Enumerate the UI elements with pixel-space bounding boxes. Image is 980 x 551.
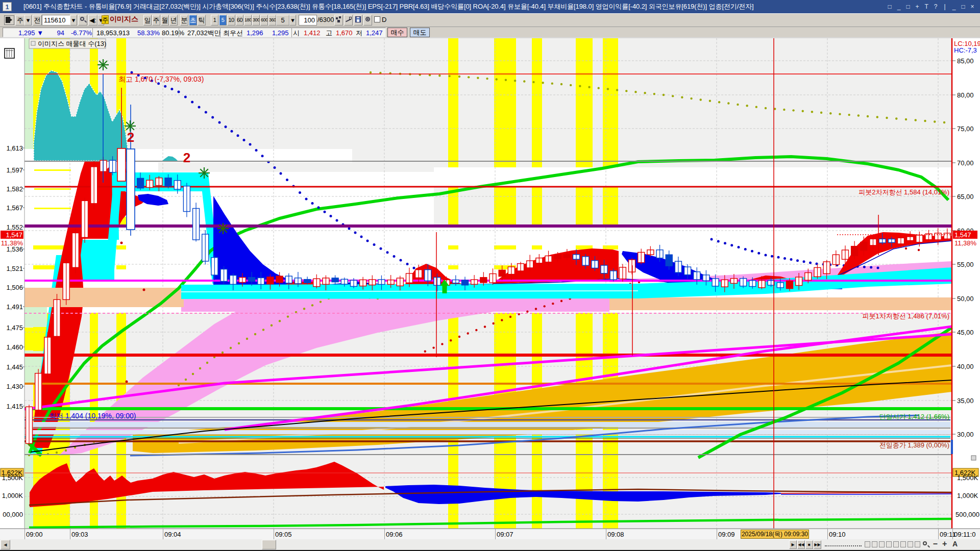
svg-text:75,00: 75,00 [957,125,974,133]
svg-text:이미지스 매물대 수(13): 이미지스 매물대 수(13) [38,40,106,47]
svg-text:1,521: 1,521 [6,265,23,272]
svg-text:1,000K: 1,000K [2,492,23,499]
svg-text:1,491: 1,491 [6,303,23,311]
svg-text:단일시가 1,412 (1,66%): 단일시가 1,412 (1,66%) [879,413,949,420]
svg-text:55,00: 55,00 [957,261,974,268]
svg-text:45,00: 45,00 [957,329,974,336]
svg-text:1,475: 1,475 [6,324,23,332]
svg-text:1,506: 1,506 [6,284,23,291]
svg-text:11,38%: 11,38% [1,239,23,247]
svg-text:1,500K: 1,500K [957,474,978,482]
svg-text:2: 2 [183,150,190,165]
svg-text:80,00: 80,00 [957,91,974,99]
svg-text:1,597: 1,597 [6,166,23,174]
svg-text:00,000: 00,000 [3,511,23,518]
svg-text:1,552: 1,552 [6,223,23,231]
svg-text:1,430: 1,430 [6,383,23,390]
svg-text:500,000: 500,000 [955,511,979,518]
svg-text:1,460: 1,460 [6,343,23,351]
svg-text:피봇1차저항선 1,486 (7,01%): 피봇1차저항선 1,486 (7,01%) [862,312,949,320]
svg-text:1,415: 1,415 [6,403,23,410]
svg-text:최고 1,670 (-7,37%, 09:03): 최고 1,670 (-7,37%, 09:03) [118,75,204,83]
svg-text:30,00: 30,00 [957,431,974,438]
svg-text:50,00: 50,00 [957,295,974,303]
svg-text:최저 1,404 (10,19%, 09:00): 최저 1,404 (10,19%, 09:00) [49,412,136,420]
svg-text:1,547: 1,547 [954,231,971,239]
svg-text:40,00: 40,00 [957,363,974,370]
svg-text:65,00: 65,00 [957,193,974,201]
svg-text:2: 2 [127,130,134,145]
svg-text:1,445: 1,445 [6,363,23,371]
svg-text:전일종가 1,389 (0,00%): 전일종가 1,389 (0,00%) [879,441,949,449]
svg-text:피봇2차저항선 1,584 (14,01%): 피봇2차저항선 1,584 (14,01%) [859,188,949,196]
svg-text:HC:-7,3: HC:-7,3 [954,46,977,54]
svg-text:1,567: 1,567 [6,204,23,212]
svg-text:1,613: 1,613 [6,144,23,152]
svg-text:1,000K: 1,000K [957,492,978,499]
svg-text:35,00: 35,00 [957,397,974,405]
svg-text:1,582: 1,582 [6,185,23,193]
svg-text:11,38%: 11,38% [954,239,977,247]
svg-text:70,00: 70,00 [957,159,974,167]
svg-text:85,00: 85,00 [957,57,974,65]
svg-text:1,547: 1,547 [6,231,22,239]
svg-text:1,500K: 1,500K [2,474,23,482]
